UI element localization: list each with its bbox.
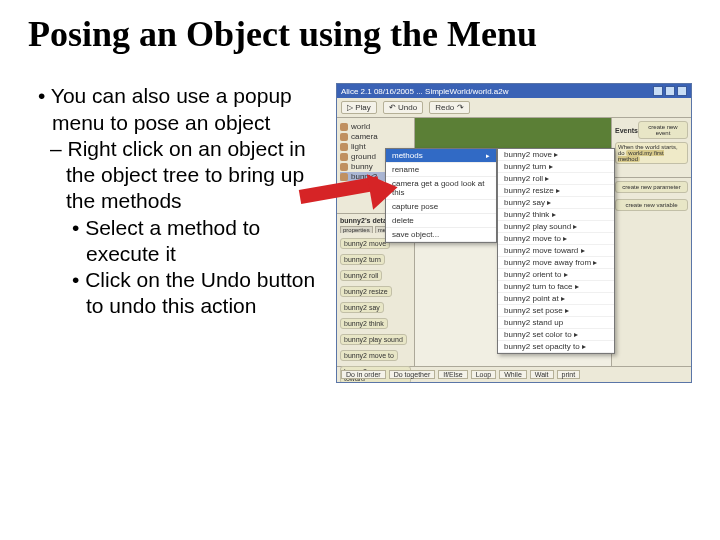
window-titlebar: Alice 2.1 08/16/2005 ... SimpleWorld/wor… xyxy=(337,84,691,98)
bullet-level1: • You can also use a popup menu to pose … xyxy=(38,83,328,136)
bullet-level3b: • Click on the Undo button to undo this … xyxy=(72,267,328,320)
play-button[interactable]: ▷ Play xyxy=(341,101,377,114)
chevron-right-icon: ▸ xyxy=(486,152,490,160)
status-segment[interactable]: If/Else xyxy=(438,370,467,379)
status-segment[interactable]: While xyxy=(499,370,527,379)
slide-title: Posing an Object using the Menu xyxy=(28,14,692,55)
camera-icon xyxy=(340,133,348,141)
submenu-item[interactable]: bunny2 move to ▸ xyxy=(498,233,614,245)
bullet-text: • You can also use a popup menu to pose … xyxy=(28,83,328,319)
method-chip[interactable]: bunny2 turn xyxy=(340,254,385,265)
submenu-item[interactable]: bunny2 say ▸ xyxy=(498,197,614,209)
bullet-level2: – Right click on an object in the object… xyxy=(50,136,328,215)
create-variable-button[interactable]: create new variable xyxy=(615,199,688,211)
submenu-item[interactable]: bunny2 set pose ▸ xyxy=(498,305,614,317)
light-icon xyxy=(340,143,348,151)
tree-item: camera xyxy=(340,132,411,141)
bullet-level3a: • Select a method to execute it xyxy=(72,215,328,268)
method-chip[interactable]: bunny2 think xyxy=(340,318,388,329)
status-segment[interactable]: Do in order xyxy=(341,370,386,379)
events-panel: Events create new event When the world s… xyxy=(612,118,691,178)
close-icon[interactable] xyxy=(677,86,687,96)
minimize-icon[interactable] xyxy=(653,86,663,96)
method-chip[interactable]: bunny2 move to xyxy=(340,350,398,361)
submenu-item[interactable]: bunny2 turn ▸ xyxy=(498,161,614,173)
create-parameter-button[interactable]: create new parameter xyxy=(615,181,688,193)
create-event-button[interactable]: create new event xyxy=(638,121,688,139)
context-menu-item[interactable]: rename xyxy=(386,163,496,177)
submenu-item[interactable]: bunny2 move ▸ xyxy=(498,149,614,161)
method-chip[interactable]: bunny2 say xyxy=(340,302,384,313)
submenu-item[interactable]: bunny2 roll ▸ xyxy=(498,173,614,185)
submenu-item[interactable]: bunny2 set opacity to ▸ xyxy=(498,341,614,353)
window-title: Alice 2.1 08/16/2005 ... SimpleWorld/wor… xyxy=(341,87,509,96)
redo-button[interactable]: Redo ↷ xyxy=(429,101,469,114)
maximize-icon[interactable] xyxy=(665,86,675,96)
submenu-item[interactable]: bunny2 move toward ▸ xyxy=(498,245,614,257)
events-label: Events xyxy=(615,127,638,134)
callout-arrow-icon xyxy=(300,180,410,220)
event-item[interactable]: When the world starts, do world.my first… xyxy=(615,142,688,164)
status-segment[interactable]: Wait xyxy=(530,370,554,379)
submenu-item[interactable]: bunny2 play sound ▸ xyxy=(498,221,614,233)
alice-screenshot: Alice 2.1 08/16/2005 ... SimpleWorld/wor… xyxy=(336,83,692,383)
submenu-item[interactable]: bunny2 point at ▸ xyxy=(498,293,614,305)
method-chip[interactable]: bunny2 play sound xyxy=(340,334,407,345)
submenu-item[interactable]: bunny2 stand up xyxy=(498,317,614,329)
world-icon xyxy=(340,123,348,131)
context-menu-item[interactable]: save object... xyxy=(386,228,496,242)
undo-button[interactable]: ↶ Undo xyxy=(383,101,423,114)
status-segment[interactable]: Loop xyxy=(471,370,497,379)
context-submenu[interactable]: bunny2 move ▸ bunny2 turn ▸ bunny2 roll … xyxy=(497,148,615,354)
toolbar: ▷ Play ↶ Undo Redo ↷ xyxy=(337,98,691,118)
submenu-item[interactable]: bunny2 set color to ▸ xyxy=(498,329,614,341)
tab-properties[interactable]: properties xyxy=(340,226,373,233)
ground-icon xyxy=(340,153,348,161)
submenu-item[interactable]: bunny2 think ▸ xyxy=(498,209,614,221)
tree-item: world xyxy=(340,122,411,131)
method-chip[interactable]: bunny2 move xyxy=(340,238,390,249)
method-chip[interactable]: bunny2 resize xyxy=(340,286,392,297)
submenu-item[interactable]: bunny2 move away from ▸ xyxy=(498,257,614,269)
submenu-item[interactable]: bunny2 resize ▸ xyxy=(498,185,614,197)
status-segment[interactable]: Do together xyxy=(389,370,436,379)
bunny-icon xyxy=(340,163,348,171)
submenu-item[interactable]: bunny2 orient to ▸ xyxy=(498,269,614,281)
status-segment[interactable]: print xyxy=(557,370,581,379)
submenu-item[interactable]: bunny2 turn to face ▸ xyxy=(498,281,614,293)
chevron-right-icon: ▸ xyxy=(554,150,558,159)
context-menu-item[interactable]: methods▸ xyxy=(386,149,496,163)
method-chip[interactable]: bunny2 roll xyxy=(340,270,382,281)
